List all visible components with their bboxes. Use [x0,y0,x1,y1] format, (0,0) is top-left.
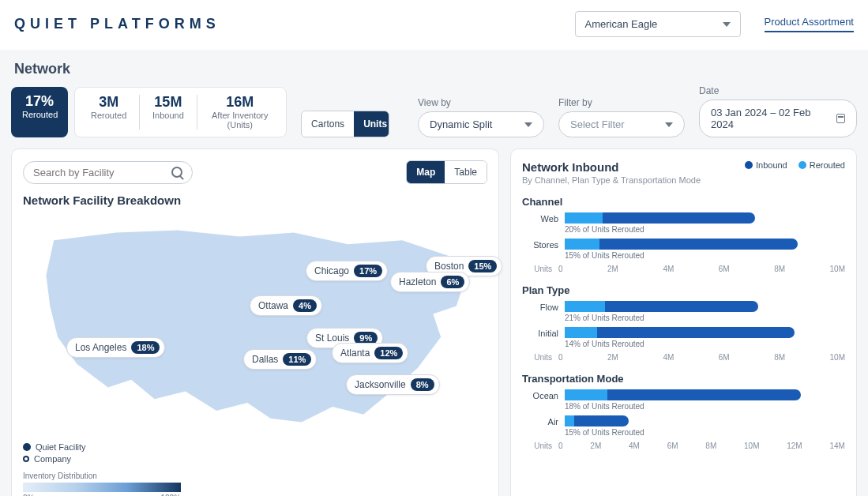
chevron-down-icon [665,122,673,127]
city-pct-badge: 8% [411,378,434,391]
toggle-map[interactable]: Map [407,161,445,183]
city-name: Atlanta [340,348,370,359]
date-control: Date 03 Jan 2024 – 02 Feb 2024 [699,85,857,137]
city-pct-badge: 6% [441,276,464,288]
bar-note: 20% of Units Rerouted [565,225,845,234]
bar-note: 14% of Units Rerouted [565,340,845,348]
city-pill[interactable]: Chicago17% [306,261,388,281]
page-title: Network [14,61,857,77]
bar-note: 15% of Units Rerouted [565,251,845,260]
facility-panel: Map Table Network Facility Breakdown Bos… [11,148,499,496]
bar-row: Ocean 18% of Units Rerouted [522,389,845,411]
bar-row: Stores 15% of Units Rerouted [522,239,845,260]
bar-row: Air 15% of Units Rerouted [522,415,845,437]
bar-label: Flow [522,301,558,312]
city-pill[interactable]: Atlanta12% [332,343,408,363]
city-name: Boston [434,261,464,272]
city-name: Los Angeles [75,342,126,353]
city-name: St Louis [315,333,349,344]
facility-search[interactable] [23,161,193,184]
inbound-title: Network Inbound [522,160,701,174]
city-pct-badge: 17% [354,265,382,277]
city-pill[interactable]: Los Angeles18% [66,337,165,358]
bar-inbound [565,239,798,250]
stat-group: 3M Rerouted 15M Inbound 16M After Invent… [74,87,287,137]
city-name: Hazleton [399,276,436,287]
chart-axis: Units 02M4M6M8M10M [522,265,845,273]
date-label: Date [699,85,857,96]
city-name: Ottawa [258,300,288,311]
bar-rerouted [565,239,599,250]
bar-stack [565,239,845,250]
map-legend: Quiet Facility Company Inventory Distrib… [23,442,487,496]
city-pill[interactable]: Jacksonville8% [346,374,440,395]
axis-ticks: 02M4M6M8M10M12M14M [558,442,845,450]
city-pct-badge: 15% [468,260,497,272]
bar-stack [565,389,845,400]
chart-title: Channel [522,196,845,208]
city-pct-badge: 12% [374,347,403,359]
chart-title: Plan Type [522,284,845,296]
bar-row: Web 20% of Units Rerouted [522,212,845,234]
bar-note: 15% of Units Rerouted [565,428,845,437]
city-pill[interactable]: Hazleton6% [390,272,470,292]
axis-ticks: 02M4M6M8M10M [558,353,845,362]
stat-label: Rerouted [22,110,57,119]
city-name: Chicago [314,265,349,276]
unit-toggle-units[interactable]: Units [354,111,389,137]
bar-rerouted [565,327,597,338]
org-select-value: American Eagle [585,18,658,30]
inbound-panel: Network Inbound By Channel, Plan Type & … [510,148,857,496]
legend-dot-inbound-icon [745,161,753,169]
filter-by-label: Filter by [558,97,685,108]
toggle-table[interactable]: Table [445,161,487,183]
bar-stack [565,327,845,338]
chevron-down-icon [723,22,731,27]
city-pct-badge: 11% [283,353,311,366]
chart-group: Transportation Mode Ocean 18% of Units R… [522,373,845,450]
product-assortment-link[interactable]: Product Assortment [765,16,854,32]
chart-group: Channel Web 20% of Units Rerouted Stores… [522,196,845,273]
city-pill[interactable]: Ottawa4% [250,295,322,316]
bar-stack [565,212,845,224]
date-range-select[interactable]: 03 Jan 2024 – 02 Feb 2024 [699,100,857,137]
bar-label: Initial [522,327,558,338]
dot-quiet-icon [23,443,31,451]
org-select[interactable]: American Eagle [575,11,741,37]
bar-row: Flow 21% of Units Rerouted [522,301,845,322]
bar-label: Air [522,415,558,426]
chart-title: Transportation Mode [522,373,845,385]
facility-search-input[interactable] [33,167,167,178]
axis-label: Units [522,353,558,362]
bar-row: Initial 14% of Units Rerouted [522,327,845,348]
bar-label: Stores [522,239,558,250]
controls-row: 17% Rerouted 3M Rerouted 15M Inbound 16M… [11,85,857,137]
city-pill[interactable]: Dallas11% [243,349,317,370]
bar-note: 18% of Units Rerouted [565,402,845,411]
chart-axis: Units 02M4M6M8M10M [522,353,845,362]
map-table-toggle: Map Table [406,160,487,184]
city-name: Dallas [252,354,278,365]
search-icon [171,167,182,178]
us-map: Boston15%Chicago17%Hazleton6%Ottawa4%St … [23,213,487,442]
bar-inbound [565,327,795,338]
filter-by-control: Filter by Select Filter [558,97,685,137]
view-by-control: View by Dynamic Split [418,97,544,137]
view-by-select[interactable]: Dynamic Split [418,111,544,137]
bar-label: Ocean [522,389,558,400]
inbound-subtitle: By Channel, Plan Type & Transportation M… [522,175,701,185]
bar-note: 21% of Units Rerouted [565,314,845,322]
bar-rerouted [565,301,605,312]
stat-rerouted-pct: 17% Rerouted [11,87,68,137]
stat-after-inventory: 16M After Inventory (Units) [197,92,283,133]
unit-toggle-cartons[interactable]: Cartons [302,111,354,137]
city-pct-badge: 4% [293,299,317,312]
gradient-bar [23,483,181,492]
chart-group: Plan Type Flow 21% of Units Rerouted Ini… [522,284,845,362]
axis-ticks: 02M4M6M8M10M [558,265,845,273]
chevron-down-icon [524,122,532,127]
filter-by-select[interactable]: Select Filter [558,111,685,137]
bar-rerouted [565,415,574,426]
view-by-label: View by [418,97,544,108]
topbar-right: American Eagle Product Assortment [575,11,854,37]
